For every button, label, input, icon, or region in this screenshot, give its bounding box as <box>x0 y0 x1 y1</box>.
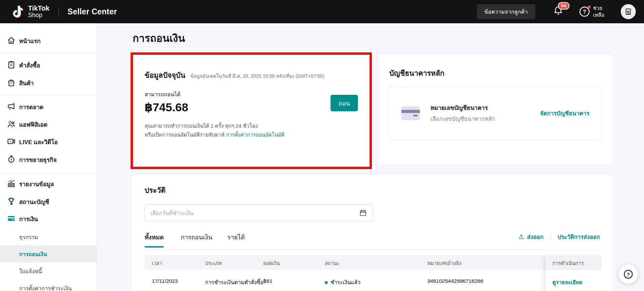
payment-date-picker[interactable]: เลือกวันที่ชำระเงิน <box>145 204 373 222</box>
sidebar-item-orders[interactable]: คำสั่งซื้อ <box>0 56 97 73</box>
sidebar-label: การเงิน <box>19 214 38 224</box>
cell-amount: ฿81 <box>263 278 272 284</box>
trophy-icon <box>7 197 16 206</box>
sidebar-item-data-reports[interactable]: รายงานข้อมูล <box>0 175 97 192</box>
sidebar-label: สินค้า <box>19 78 34 88</box>
megaphone-icon <box>7 102 16 111</box>
manage-bank-account-link[interactable]: จัดการบัญชีธนาคาร <box>540 109 589 118</box>
table-row: 17/11/2023 การชำระเงินตามคำสั่งซื้อ ฿81 … <box>145 270 546 291</box>
live-video-icon <box>7 137 16 146</box>
sidebar-item-transactions[interactable]: ธุรกรรม <box>0 228 97 245</box>
sidebar-item-finance[interactable]: การเงิน <box>0 210 97 227</box>
sidebar-label: รายงานข้อมูล <box>19 179 54 189</box>
sidebar-item-withdrawal[interactable]: การถอนเงิน <box>0 245 97 263</box>
brand-text: TikTok Shop <box>28 5 50 18</box>
export-icon <box>518 234 524 240</box>
tab-withdrawal[interactable]: การถอนเงิน <box>181 232 212 248</box>
home-icon <box>7 36 16 45</box>
bar-chart-icon <box>7 179 16 188</box>
withdraw-button[interactable]: ถอน <box>331 95 358 111</box>
sidebar-item-payment-settings[interactable]: การตั้งค่าการชำระเงิน <box>0 280 97 291</box>
cell-type: การชำระเงินตามคำสั่งซื้อ <box>205 278 264 287</box>
table-header: เวลา ประเภท ยอดเงิน สถานะ หมายเลขอ้างอิง <box>145 255 546 270</box>
brand-top: TikTok <box>28 5 50 12</box>
history-title: ประวัติ <box>145 185 165 196</box>
sidebar-divider <box>0 173 97 173</box>
svg-text:?: ? <box>583 9 586 15</box>
sidebar-sub-label: การตั้งค่าการชำระเงิน <box>19 284 72 291</box>
col-amount: ยอดเงิน <box>263 259 280 267</box>
header-actions: ข้อความจากลูกค้า 64 ? ช่วย <box>477 4 636 19</box>
shop-account-button[interactable] <box>621 4 636 19</box>
sidebar-sub-label: การถอนเงิน <box>19 250 47 258</box>
sidebar-item-account-health[interactable]: สถานะบัญชี <box>0 193 97 210</box>
status-paid-dot <box>325 281 328 284</box>
tiktok-shop-logo[interactable]: TikTok Shop <box>12 4 50 19</box>
sidebar-label: การขยายธุรกิจ <box>19 155 57 164</box>
finance-card-icon <box>7 214 16 223</box>
help-button[interactable]: ? ช่วย เหลือ <box>579 5 604 18</box>
affiliate-people-icon <box>7 119 16 128</box>
help-label: ช่วย เหลือ <box>593 5 604 18</box>
sidebar-label: คำสั่งซื้อ <box>19 61 40 70</box>
seller-center-app: TikTok Shop Seller Center ข้อความจากลูกค… <box>0 0 644 291</box>
current-info-card: ข้อมูลปัจจุบัน ข้อมูลอัปเดตในวันที่ มี.ค… <box>134 56 370 166</box>
sidebar-label: การตลาด <box>19 102 43 112</box>
sidebar-item-affiliate[interactable]: แอฟฟิลิเอต <box>0 115 97 132</box>
col-action: การดำเนินการ <box>546 255 602 270</box>
cell-time: 17/11/2023 <box>152 278 178 284</box>
col-type: ประเภท <box>205 259 222 267</box>
updated-timestamp: ข้อมูลอัปเดตในวันที่ มี.ค. 20, 2025 15:0… <box>190 73 324 79</box>
sidebar-item-growth[interactable]: การขยายธุรกิจ <box>0 151 97 168</box>
withdraw-note-line1: คุณสามารถทำการถอนเงินได้ 1 ครั้ง ทุกๆ 24… <box>145 122 285 130</box>
export-area: ส่งออก ประวัติการส่งออก <box>518 232 600 241</box>
tiktok-note-icon <box>12 4 25 19</box>
cell-status: ชำระเงินแล้ว <box>325 278 361 287</box>
sidebar-item-invoice[interactable]: ใบแจ้งหนี้ <box>0 263 97 280</box>
export-separator <box>550 234 551 240</box>
bank-account-number-label: หมายเลขบัญชีธนาคาร <box>430 103 495 112</box>
growth-stopwatch-icon <box>7 155 16 164</box>
tab-all[interactable]: ทั้งหมด <box>145 232 164 248</box>
view-details-link[interactable]: ดูรายละเอียด <box>552 279 582 285</box>
top-header: TikTok Shop Seller Center ข้อความจากลูกค… <box>0 0 644 23</box>
main-content: การถอนเงิน ข้อมูลปัจจุบัน ข้อมูลอัปเดตใน… <box>97 23 644 291</box>
date-picker-placeholder: เลือกวันที่ชำระเงิน <box>150 209 193 217</box>
notification-count-badge: 64 <box>558 2 569 10</box>
customer-messages-button[interactable]: ข้อความจากลูกค้า <box>477 4 535 19</box>
sidebar-label: หน้าแรก <box>19 36 41 46</box>
sidebar-label: LIVE และวิดีโอ <box>19 137 58 147</box>
sidebar-sub-label: ธุรกรรม <box>19 233 38 241</box>
sidebar-item-live-video[interactable]: LIVE และวิดีโอ <box>0 133 97 150</box>
history-card: ประวัติ เลือกวันที่ชำระเงิน ทั้งหมด การถ… <box>132 175 612 291</box>
sidebar-label: แอฟฟิลิเอต <box>19 120 48 129</box>
bank-account-card: บัญชีธนาคารหลัก หมายเลขบัญชีธนาคาร เลือก… <box>378 54 612 165</box>
bank-card-title: บัญชีธนาคารหลัก <box>389 67 444 79</box>
sidebar-item-products[interactable]: สินค้า <box>0 74 97 91</box>
sidebar-item-marketing[interactable]: การตลาด <box>0 98 97 115</box>
notifications-button[interactable]: 64 <box>553 5 563 18</box>
table-action-column: การดำเนินการ ดูรายละเอียด <box>546 255 602 291</box>
help-alert-dot <box>588 5 591 9</box>
col-status: สถานะ <box>325 259 339 267</box>
auto-withdraw-settings-link[interactable]: การตั้งค่าการถอนอัตโนมัติ <box>226 132 285 138</box>
credit-card-icon <box>401 106 420 121</box>
col-reference: หมายเลขอ้างอิง <box>427 259 461 267</box>
floating-help-button[interactable]: ? <box>619 265 638 284</box>
export-button[interactable]: ส่งออก <box>518 232 544 241</box>
sidebar-sub-label: ใบแจ้งหนี้ <box>19 267 42 276</box>
tab-income[interactable]: รายได้ <box>227 232 245 248</box>
storefront-icon <box>624 8 632 16</box>
withdraw-notes: คุณสามารถทำการถอนเงินได้ 1 ครั้ง ทุกๆ 24… <box>145 122 285 139</box>
withdraw-note-line2: หรือเปิดการถอนอัตโนมัติรายสัปดาห์ การตั้… <box>145 130 285 139</box>
svg-text:?: ? <box>627 271 630 277</box>
sidebar-divider <box>0 53 97 53</box>
sidebar-label: สถานะบัญชี <box>19 197 49 206</box>
sidebar-nav: หน้าแรก คำสั่งซื้อ สินค้า <box>0 23 97 291</box>
available-label: สามารถถอนได้ <box>145 90 180 99</box>
export-history-link[interactable]: ประวัติการส่งออก <box>558 232 600 241</box>
available-amount: ฿745.68 <box>145 100 188 114</box>
sidebar-item-home[interactable]: หน้าแรก <box>0 32 97 49</box>
bank-account-hint: เลือกเลขบัญชีธนาคารหลัก <box>430 114 495 123</box>
bank-account-box: หมายเลขบัญชีธนาคาร เลือกเลขบัญชีธนาคารหล… <box>388 86 602 140</box>
